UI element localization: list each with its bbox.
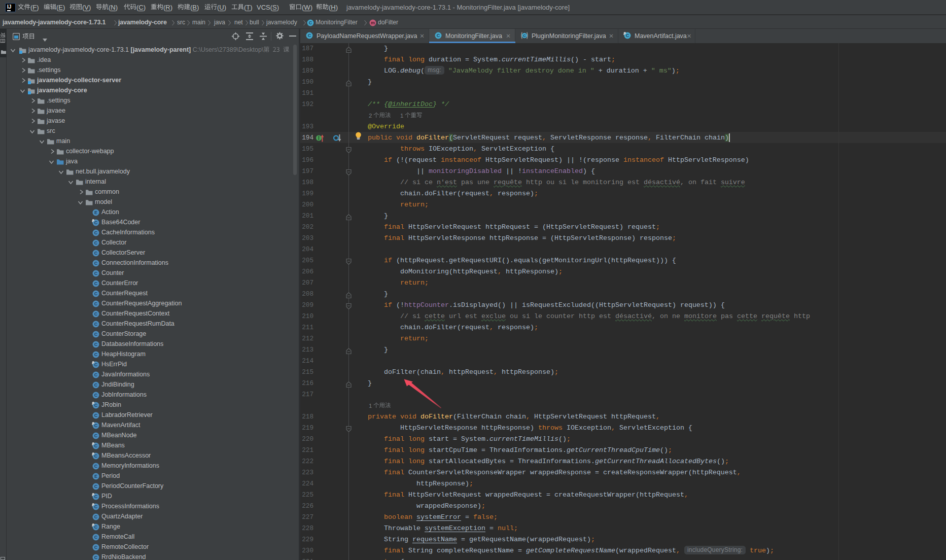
svg-text:C: C xyxy=(94,322,98,327)
svg-text:C: C xyxy=(94,494,98,499)
svg-text:C: C xyxy=(523,33,526,38)
svg-text:C: C xyxy=(94,362,98,367)
svg-text:C: C xyxy=(94,443,98,448)
svg-text:C: C xyxy=(94,220,98,225)
svg-text:C: C xyxy=(437,33,440,38)
svg-text:C: C xyxy=(94,291,98,296)
svg-text:C: C xyxy=(309,20,312,25)
svg-text:C: C xyxy=(94,423,98,428)
svg-text:C: C xyxy=(626,33,629,38)
svg-text:C: C xyxy=(94,342,98,347)
svg-text:C: C xyxy=(94,413,98,418)
svg-text:C: C xyxy=(94,332,98,337)
svg-text:C: C xyxy=(94,453,98,459)
svg-text:C: C xyxy=(94,514,98,519)
svg-text:C: C xyxy=(94,403,98,408)
svg-text:C: C xyxy=(94,464,98,469)
svg-text:C: C xyxy=(94,230,98,235)
svg-text:C: C xyxy=(94,504,98,509)
svg-text:E: E xyxy=(94,474,97,479)
svg-text:m: m xyxy=(371,20,375,25)
svg-text:C: C xyxy=(94,261,98,266)
svg-text:C: C xyxy=(94,535,98,540)
svg-text:C: C xyxy=(94,545,98,550)
svg-text:C: C xyxy=(94,393,98,398)
svg-text:C: C xyxy=(94,433,98,438)
svg-text:C: C xyxy=(94,240,98,246)
svg-text:C: C xyxy=(94,372,98,377)
svg-text:C: C xyxy=(94,524,98,530)
svg-text:C: C xyxy=(94,352,98,357)
svg-text:C: C xyxy=(94,311,98,317)
svg-text:C: C xyxy=(94,555,98,560)
svg-text:C: C xyxy=(94,271,98,276)
svg-text:C: C xyxy=(94,251,98,256)
svg-text:E: E xyxy=(94,210,97,215)
svg-text:C: C xyxy=(94,281,98,286)
svg-text:C: C xyxy=(94,484,98,489)
svg-text:C: C xyxy=(94,382,98,388)
svg-text:C: C xyxy=(94,301,98,306)
svg-text:C: C xyxy=(308,33,311,38)
